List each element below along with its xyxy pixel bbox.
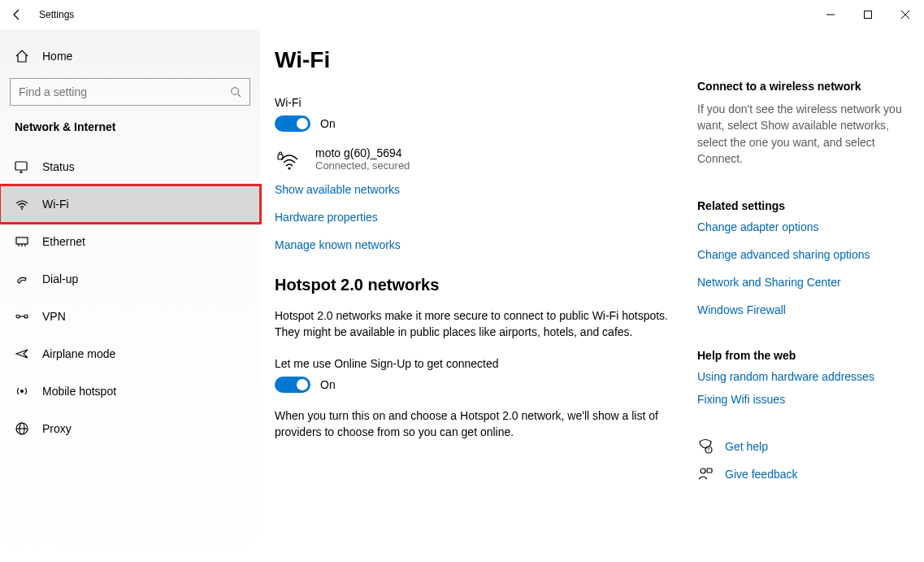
hotspot-toggle-state: On <box>320 378 336 391</box>
hotspot-heading: Hotspot 2.0 networks <box>275 276 681 294</box>
proxy-icon <box>15 421 29 436</box>
sidebar-item-label: Airplane mode <box>42 347 115 360</box>
wifi-icon <box>15 197 29 211</box>
svg-point-14 <box>20 390 24 393</box>
hotspot-desc: When you turn this on and choose a Hotsp… <box>275 407 681 441</box>
network-name: moto g(60)_5694 <box>315 146 410 159</box>
status-icon <box>15 159 29 174</box>
sidebar-item-wifi[interactable]: Wi-Fi <box>0 185 260 223</box>
svg-point-4 <box>232 88 239 95</box>
change-adapter-options-link[interactable]: Change adapter options <box>697 220 906 233</box>
network-status: Connected, secured <box>315 159 410 172</box>
search-icon <box>230 86 241 98</box>
minimize-button[interactable] <box>812 2 849 28</box>
titlebar: Settings <box>0 0 924 29</box>
dialup-icon <box>15 272 29 286</box>
sidebar-item-hotspot[interactable]: Mobile hotspot <box>0 372 260 410</box>
vpn-icon <box>15 309 29 324</box>
help-from-web-title: Help from the web <box>697 349 906 362</box>
give-feedback-row[interactable]: Give feedback <box>697 466 906 482</box>
aside: Connect to a wireless network If you don… <box>697 47 909 562</box>
sidebar-home[interactable]: Home <box>0 44 260 78</box>
sidebar-item-airplane[interactable]: Airplane mode <box>0 335 260 372</box>
sidebar-item-proxy[interactable]: Proxy <box>0 410 260 447</box>
sidebar-item-vpn[interactable]: VPN <box>0 298 260 335</box>
change-advanced-sharing-link[interactable]: Change advanced sharing options <box>697 248 906 261</box>
manage-known-networks-link[interactable]: Manage known networks <box>275 238 681 251</box>
back-button[interactable] <box>10 7 24 22</box>
sidebar-item-label: Status <box>42 160 75 173</box>
get-help-row[interactable]: ? Get help <box>697 438 906 455</box>
sidebar-item-status[interactable]: Status <box>0 148 260 185</box>
get-help-link[interactable]: Get help <box>725 440 768 453</box>
hotspot-toggle[interactable] <box>275 377 310 393</box>
svg-rect-10 <box>16 237 28 244</box>
svg-rect-6 <box>15 162 27 170</box>
hotspot-icon <box>15 384 29 399</box>
hotspot-toggle-label: Let me use Online Sign-Up to get connect… <box>275 357 681 370</box>
wifi-toggle[interactable] <box>275 115 310 132</box>
hardware-properties-link[interactable]: Hardware properties <box>275 211 681 224</box>
search-input[interactable] <box>19 85 230 98</box>
close-button[interactable] <box>887 2 924 28</box>
sidebar-section-title: Network & Internet <box>0 120 260 148</box>
sidebar-item-label: Wi-Fi <box>42 198 69 211</box>
connect-title: Connect to a wireless network <box>697 80 906 93</box>
svg-point-18 <box>288 167 290 169</box>
wifi-label: Wi-Fi <box>275 96 681 109</box>
sidebar-nav: Status Wi-Fi Ethernet <box>0 148 260 447</box>
airplane-icon <box>15 346 29 361</box>
svg-line-5 <box>238 94 241 98</box>
current-network[interactable]: moto g(60)_5694 Connected, secured <box>275 146 681 172</box>
svg-point-22 <box>701 468 705 473</box>
svg-point-12 <box>24 315 28 318</box>
feedback-icon <box>697 466 714 482</box>
sidebar: Home Network & Internet Status <box>0 29 260 562</box>
svg-rect-23 <box>707 468 712 473</box>
wifi-secured-icon <box>275 148 301 171</box>
wifi-toggle-state: On <box>320 117 336 130</box>
connect-text: If you don't see the wireless network yo… <box>697 101 906 167</box>
sidebar-item-label: Dial-up <box>42 272 78 285</box>
home-icon <box>15 49 29 63</box>
window-title: Settings <box>39 9 74 20</box>
sidebar-item-label: Ethernet <box>42 235 85 248</box>
help-icon: ? <box>697 438 714 455</box>
fixing-wifi-issues-link[interactable]: Fixing Wifi issues <box>697 393 906 406</box>
hotspot-intro: Hotspot 2.0 networks make it more secure… <box>275 307 681 341</box>
svg-rect-1 <box>865 11 872 19</box>
related-settings-title: Related settings <box>697 199 906 212</box>
windows-firewall-link[interactable]: Windows Firewall <box>697 303 906 316</box>
sidebar-item-label: VPN <box>42 310 66 323</box>
main-content: Wi-Fi Wi-Fi On moto g(60)_5694 Connected… <box>275 47 697 562</box>
sidebar-item-dialup[interactable]: Dial-up <box>0 260 260 298</box>
maximize-button[interactable] <box>849 2 887 28</box>
show-available-networks-link[interactable]: Show available networks <box>275 183 681 196</box>
svg-point-11 <box>16 315 20 318</box>
page-title: Wi-Fi <box>275 47 681 73</box>
svg-point-9 <box>21 208 23 210</box>
sidebar-item-label: Mobile hotspot <box>42 385 116 398</box>
network-sharing-center-link[interactable]: Network and Sharing Center <box>697 276 906 289</box>
window-controls <box>812 2 924 28</box>
sidebar-home-label: Home <box>42 50 72 63</box>
give-feedback-link[interactable]: Give feedback <box>725 468 798 481</box>
svg-text:?: ? <box>707 447 710 452</box>
sidebar-item-ethernet[interactable]: Ethernet <box>0 223 260 260</box>
ethernet-icon <box>15 234 29 249</box>
sidebar-item-label: Proxy <box>42 422 72 435</box>
random-hw-addresses-link[interactable]: Using random hardware addresses <box>697 370 906 383</box>
search-box[interactable] <box>10 78 250 106</box>
